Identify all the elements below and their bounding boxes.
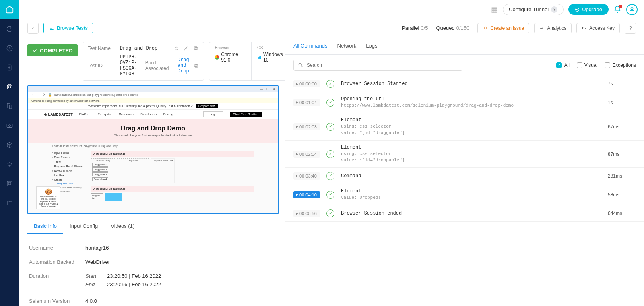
create-issue-button[interactable]: Create an issue	[477, 23, 529, 33]
command-row[interactable]: ▶00:02:03✓Elementusing: css selectorvalu…	[285, 113, 644, 141]
command-row[interactable]: ▶00:01:04✓Opening the urlhttps://www.lam…	[285, 92, 644, 113]
command-row[interactable]: ▶00:05:56✓Browser Session ended644ms	[285, 205, 644, 222]
test-header: COMPLETED Test Name Drag and Drop Test I…	[27, 42, 279, 81]
tab-all-commands[interactable]: All Commands	[293, 43, 328, 54]
copy-id-icon[interactable]	[193, 63, 199, 68]
nav-screenshot[interactable]	[0, 116, 19, 135]
test-name-label: Test Name	[88, 45, 116, 51]
content: COMPLETED Test Name Drag and Drop Test I…	[19, 37, 644, 306]
tab-network[interactable]: Network	[337, 43, 357, 54]
check-icon: ✓	[326, 191, 334, 199]
command-time[interactable]: ▶00:00:00	[293, 80, 320, 87]
env-os: OS ⊞Windows 10	[252, 42, 285, 80]
filter-exceptions[interactable]: Exceptions	[605, 62, 636, 68]
basic-info: Usernameharitagr16 Automation BackedWebD…	[27, 234, 279, 306]
notifications-icon[interactable]	[613, 6, 621, 14]
filters: ✓All Visual Exceptions	[556, 62, 636, 68]
nav-devices[interactable]	[0, 97, 19, 116]
svg-point-14	[631, 7, 633, 9]
command-duration: 67ms	[608, 124, 636, 130]
test-name: Drag and Drop	[120, 45, 158, 51]
tab-basic-info[interactable]: Basic Info	[27, 219, 63, 234]
command-duration: 87ms	[608, 151, 636, 157]
nav-issues[interactable]	[0, 155, 19, 174]
browse-tests-button[interactable]: Browse Tests	[43, 23, 93, 33]
command-row[interactable]: ▶00:04:10✓ElementValue: Dropped!58ms	[285, 184, 644, 205]
command-time[interactable]: ▶00:01:04	[293, 99, 320, 106]
tab-logs[interactable]: Logs	[366, 43, 377, 54]
help-button[interactable]: ?	[625, 23, 636, 34]
check-icon: ✓	[326, 123, 334, 131]
configure-tunnel-button[interactable]: Configure Tunnel ?	[503, 4, 564, 15]
upgrade-label: Upgrade	[582, 6, 602, 12]
tunnel-label: Configure Tunnel	[509, 6, 549, 12]
command-time[interactable]: ▶00:05:56	[293, 210, 320, 217]
svg-rect-12	[8, 182, 11, 185]
status-badge: COMPLETED	[27, 44, 78, 56]
svg-rect-19	[195, 65, 197, 67]
command-row[interactable]: ▶00:00:00✓Browser Session Started7s	[285, 76, 644, 92]
command-message: Command	[341, 173, 601, 179]
filter-visual[interactable]: Visual	[577, 62, 597, 68]
upgrade-button[interactable]: Upgrade	[568, 4, 609, 15]
svg-rect-20	[194, 64, 197, 66]
nav-builds[interactable]	[0, 135, 19, 155]
nav-automation[interactable]	[0, 77, 19, 97]
nav-dashboard[interactable]	[0, 19, 19, 39]
chrome-icon	[215, 55, 219, 60]
command-duration: 1s	[608, 100, 636, 105]
logo[interactable]	[0, 0, 19, 19]
test-id: UPIPH-OVZ1P-HSOGA-NYLOB	[120, 54, 137, 77]
svg-point-16	[582, 27, 584, 29]
nav-integrations[interactable]	[0, 174, 19, 193]
svg-rect-18	[194, 47, 197, 49]
command-row[interactable]: ▶00:02:04✓Elementusing: css selectorvalu…	[285, 141, 644, 168]
notification-dot	[619, 5, 622, 8]
edit-icon[interactable]	[184, 45, 189, 51]
test-meta: Test Name Drag and Drop Test ID UPIPH-OV…	[83, 42, 204, 81]
apps-icon[interactable]: ▦	[491, 5, 498, 14]
analytics-button[interactable]: Analytics	[534, 23, 572, 33]
svg-point-10	[8, 163, 11, 166]
help-icon: ?	[551, 6, 557, 13]
search-input-wrapper[interactable]	[293, 60, 462, 71]
nav-files[interactable]	[0, 193, 19, 213]
sort-icon[interactable]	[174, 45, 180, 51]
copy-icon[interactable]	[193, 45, 199, 51]
command-time[interactable]: ▶00:02:04	[293, 151, 320, 158]
parallel-stat: Parallel0/5	[402, 25, 428, 31]
filter-all[interactable]: ✓All	[556, 62, 569, 68]
svg-point-9	[9, 125, 11, 127]
nav-history[interactable]	[0, 39, 19, 58]
queued-stat: Queued0/150	[436, 25, 469, 31]
command-duration: 281ms	[608, 173, 636, 179]
svg-point-25	[299, 63, 301, 66]
command-row[interactable]: ▶00:03:40✓Command281ms	[285, 168, 644, 184]
check-icon: ✓	[326, 80, 334, 88]
command-time[interactable]: ▶00:04:10	[293, 191, 320, 198]
environment: Browser Chrome 91.0 OS ⊞Windows 10 Resol…	[209, 42, 285, 81]
access-key-button[interactable]: Access Key	[576, 23, 620, 33]
search-input[interactable]	[307, 62, 458, 68]
search-icon	[298, 62, 303, 68]
tab-videos[interactable]: Videos (1)	[104, 219, 141, 234]
sidebar	[0, 0, 19, 306]
build-label: Build Associated	[145, 60, 173, 71]
command-toolbar: ✓All Visual Exceptions	[285, 55, 644, 76]
build-link[interactable]: Drag and Drop	[178, 57, 189, 74]
user-avatar[interactable]	[626, 4, 638, 15]
check-icon: ✓	[326, 99, 334, 107]
check-icon: ✓	[326, 172, 334, 180]
svg-point-4	[8, 87, 9, 88]
command-time[interactable]: ▶00:02:03	[293, 123, 320, 130]
svg-point-15	[484, 27, 486, 29]
command-message: Browser Session ended	[341, 211, 601, 216]
tab-input-config[interactable]: Input Config	[63, 219, 104, 234]
command-message: ElementValue: Dropped!	[341, 188, 601, 201]
command-time[interactable]: ▶00:03:40	[293, 172, 320, 180]
nav-realtime[interactable]	[0, 58, 19, 77]
back-button[interactable]: ‹	[27, 23, 39, 34]
check-icon: ✓	[326, 209, 334, 217]
command-message: Opening the urlhttps://www.lambdatest.co…	[341, 96, 601, 109]
check-icon: ✓	[326, 150, 334, 158]
